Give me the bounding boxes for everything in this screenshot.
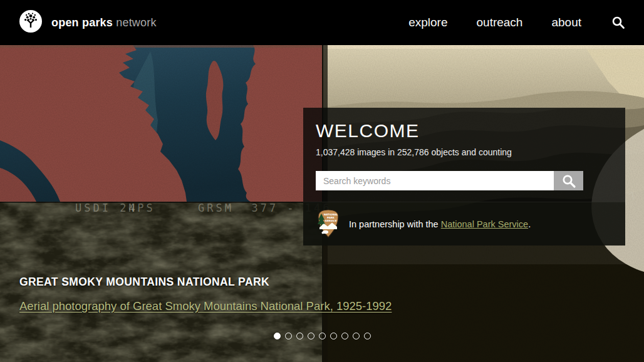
carousel-dot-6[interactable]: [330, 333, 337, 339]
brand-title-light: network: [116, 16, 156, 29]
welcome-panel-main: WELCOME 1,037,428 images in 252,786 obje…: [303, 108, 625, 202]
partnership-prefix: In partnership with the: [349, 219, 441, 229]
brand-title-bold: open parks: [51, 16, 113, 29]
keyword-search-submit-button[interactable]: [554, 171, 583, 190]
carousel-dot-5[interactable]: [319, 333, 326, 339]
nav-item-explore[interactable]: explore: [408, 16, 447, 29]
collection-link[interactable]: Aerial photography of Great Smoky Mounta…: [19, 299, 392, 313]
primary-nav: explore outreach about: [408, 16, 625, 29]
carousel-dot-2[interactable]: [285, 333, 292, 339]
park-title: GREAT SMOKY MOUNTAINS NATIONAL PARK: [19, 276, 392, 289]
carousel-dot-7[interactable]: [341, 333, 348, 339]
partnership-text: In partnership with the National Park Se…: [349, 219, 531, 229]
carousel-dot-8[interactable]: [353, 333, 360, 339]
carousel-dot-1[interactable]: [274, 333, 281, 339]
search-icon: [561, 173, 576, 189]
collection-stats-text: 1,037,428 images in 252,786 objects and …: [316, 147, 613, 157]
top-navigation-bar: open parks network explore outreach abou…: [0, 0, 644, 45]
carousel-dot-9[interactable]: [364, 333, 371, 339]
brand-home-link[interactable]: open parks network: [19, 9, 157, 36]
hero-photo-infrared-aerial: [0, 45, 322, 202]
nav-item-about[interactable]: about: [551, 16, 581, 29]
carousel-dots: [0, 333, 644, 339]
header-search-button[interactable]: [611, 16, 625, 29]
hero-carousel: USDI 24 NPS GRSM 377 - 146 177 WELCOME 1…: [0, 45, 644, 362]
slide-caption: GREAT SMOKY MOUNTAINS NATIONAL PARK Aeri…: [19, 276, 392, 313]
partnership-suffix: .: [528, 219, 531, 229]
welcome-title: WELCOME: [316, 120, 613, 141]
search-icon: [611, 16, 625, 29]
partnership-strip: NATIONAL PARK SERVICE In partnership wit…: [303, 202, 625, 246]
open-parks-tree-logo-icon: [19, 9, 43, 36]
brand-title: open parks network: [51, 16, 157, 29]
nav-item-outreach[interactable]: outreach: [477, 16, 523, 29]
nps-arrowhead-logo: NATIONAL PARK SERVICE: [316, 208, 341, 240]
national-park-service-link[interactable]: National Park Service: [441, 219, 528, 229]
carousel-dot-4[interactable]: [308, 333, 314, 339]
welcome-panel: WELCOME 1,037,428 images in 252,786 obje…: [303, 108, 625, 246]
svg-text:SERVICE: SERVICE: [325, 219, 337, 222]
carousel-dot-3[interactable]: [296, 333, 303, 339]
keyword-search-input[interactable]: [316, 171, 554, 190]
keyword-search-form: [316, 171, 583, 190]
